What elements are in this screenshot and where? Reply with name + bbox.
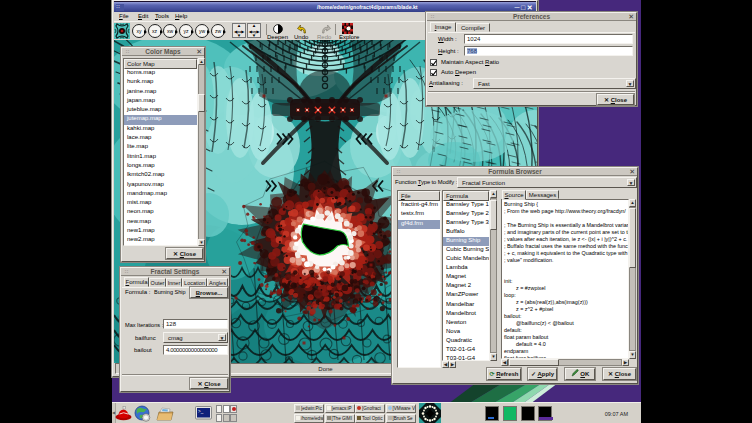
svg-text:>_: >_	[198, 409, 204, 414]
